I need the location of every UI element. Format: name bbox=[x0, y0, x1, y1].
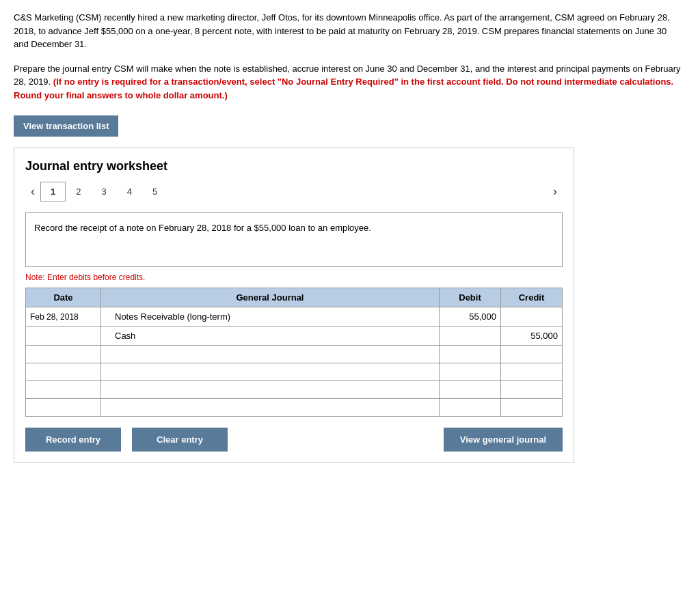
row2-credit[interactable]: 55,000 bbox=[501, 327, 563, 346]
row4-date bbox=[26, 363, 101, 381]
journal-table: Date General Journal Debit Credit Feb 28… bbox=[25, 288, 563, 417]
transaction-description: Record the receipt of a note on February… bbox=[25, 212, 563, 267]
row1-debit[interactable]: 55,000 bbox=[440, 307, 501, 327]
row6-date bbox=[26, 399, 101, 417]
header-debit: Debit bbox=[440, 288, 501, 307]
row1-credit[interactable] bbox=[501, 307, 563, 327]
row3-debit[interactable] bbox=[440, 346, 501, 363]
row5-credit[interactable] bbox=[501, 381, 563, 399]
tab-prev-arrow[interactable]: ‹ bbox=[25, 182, 40, 202]
table-row bbox=[26, 363, 563, 381]
clear-entry-button[interactable]: Clear entry bbox=[132, 428, 228, 452]
header-general-journal: General Journal bbox=[101, 288, 440, 307]
row5-date bbox=[26, 381, 101, 399]
intro-paragraph1: C&S Marketing (CSM) recently hired a new… bbox=[14, 11, 684, 51]
tabs-navigation: ‹ 1 2 3 4 5 › bbox=[25, 182, 563, 202]
tab-1[interactable]: 1 bbox=[40, 182, 66, 202]
row6-credit[interactable] bbox=[501, 399, 563, 417]
row5-debit[interactable] bbox=[440, 381, 501, 399]
row6-debit[interactable] bbox=[440, 399, 501, 417]
instruction-paragraph: Prepare the journal entry CSM will make … bbox=[14, 62, 684, 102]
row3-date bbox=[26, 346, 101, 363]
table-row bbox=[26, 381, 563, 399]
tab-2[interactable]: 2 bbox=[66, 182, 91, 202]
row3-account[interactable] bbox=[101, 346, 440, 363]
table-row bbox=[26, 346, 563, 363]
row4-credit[interactable] bbox=[501, 363, 563, 381]
tab-3[interactable]: 3 bbox=[91, 182, 116, 202]
row1-date: Feb 28, 2018 bbox=[26, 307, 101, 327]
table-row: Feb 28, 2018 Notes Receivable (long-term… bbox=[26, 307, 563, 327]
view-general-journal-button[interactable]: View general journal bbox=[444, 428, 563, 452]
tab-next-arrow[interactable]: › bbox=[548, 182, 563, 202]
table-row bbox=[26, 399, 563, 417]
note-text: Note: Enter debits before credits. bbox=[25, 273, 563, 282]
header-credit: Credit bbox=[501, 288, 563, 307]
row4-debit[interactable] bbox=[440, 363, 501, 381]
row3-credit[interactable] bbox=[501, 346, 563, 363]
intro-section: C&S Marketing (CSM) recently hired a new… bbox=[14, 11, 686, 102]
row5-account[interactable] bbox=[101, 381, 440, 399]
table-row: Cash 55,000 bbox=[26, 327, 563, 346]
worksheet-container: Journal entry worksheet ‹ 1 2 3 4 5 › Re… bbox=[14, 148, 574, 463]
view-transaction-button[interactable]: View transaction list bbox=[14, 115, 118, 137]
buttons-row: Record entry Clear entry View general jo… bbox=[25, 428, 563, 452]
row2-date bbox=[26, 327, 101, 346]
header-date: Date bbox=[26, 288, 101, 307]
instruction-bold-red: (If no entry is required for a transacti… bbox=[14, 77, 673, 100]
record-entry-button[interactable]: Record entry bbox=[25, 428, 121, 452]
row1-account[interactable]: Notes Receivable (long-term) bbox=[101, 307, 440, 327]
tab-4[interactable]: 4 bbox=[117, 182, 142, 202]
row4-account[interactable] bbox=[101, 363, 440, 381]
row6-account[interactable] bbox=[101, 399, 440, 417]
row2-debit[interactable] bbox=[440, 327, 501, 346]
worksheet-title: Journal entry worksheet bbox=[25, 159, 563, 174]
row2-account[interactable]: Cash bbox=[101, 327, 440, 346]
tab-5[interactable]: 5 bbox=[142, 182, 167, 202]
table-header-row: Date General Journal Debit Credit bbox=[26, 288, 563, 307]
